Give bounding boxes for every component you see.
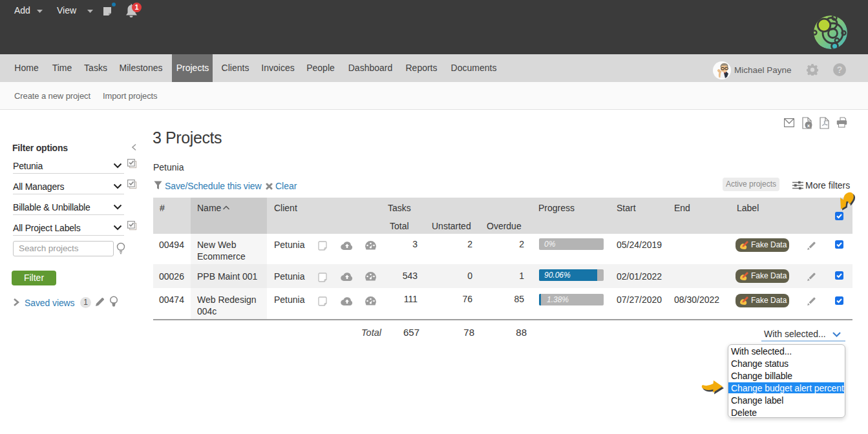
svg-text:x: x bbox=[807, 123, 810, 129]
